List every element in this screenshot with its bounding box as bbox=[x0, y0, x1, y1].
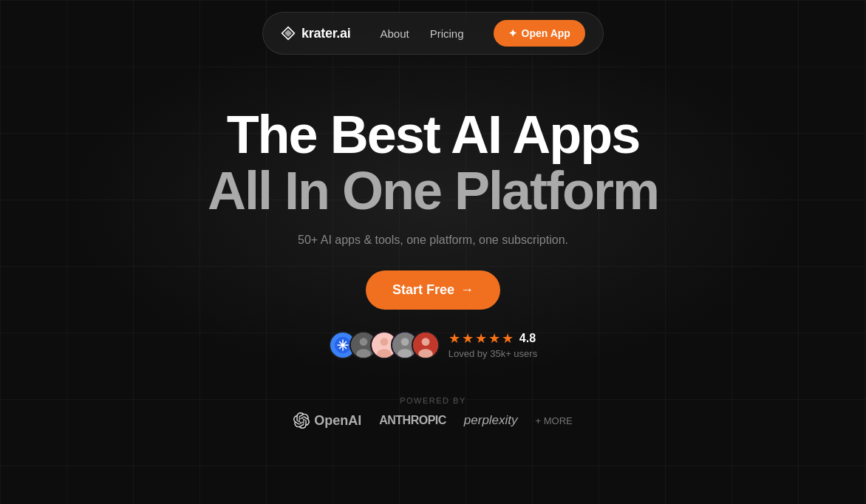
svg-point-9 bbox=[398, 349, 412, 358]
nav-links: About Pricing bbox=[380, 27, 463, 40]
star-1: ★ bbox=[449, 330, 460, 347]
powered-by-section: POWERED BY OpenAI ANTHROPIC perplexity +… bbox=[0, 396, 866, 429]
rating-number: 4.8 bbox=[519, 332, 536, 345]
open-app-icon: ✦ bbox=[508, 27, 517, 39]
openai-logo: OpenAI bbox=[293, 412, 361, 429]
anthropic-text: ANTHROPIC bbox=[379, 414, 446, 427]
star-rating: ★ ★ ★ ★ ★ bbox=[449, 330, 514, 347]
star-3: ★ bbox=[475, 330, 487, 347]
logo[interactable]: krater.ai bbox=[281, 26, 350, 41]
hero-subtitle: 50+ AI apps & tools, one platform, one s… bbox=[298, 234, 568, 247]
hero-title: The Best AI Apps All In One Platform bbox=[208, 107, 658, 219]
more-text: + MORE bbox=[536, 415, 573, 426]
powered-logos: OpenAI ANTHROPIC perplexity + MORE bbox=[293, 412, 573, 429]
powered-by-label: POWERED BY bbox=[400, 396, 466, 405]
svg-point-12 bbox=[418, 349, 433, 358]
anthropic-logo: ANTHROPIC bbox=[379, 414, 446, 427]
hero-title-line1: The Best AI Apps bbox=[208, 107, 658, 163]
svg-point-11 bbox=[421, 338, 429, 346]
perplexity-logo: perplexity bbox=[464, 413, 518, 428]
rating-section: ★ ★ ★ ★ ★ 4.8 Loved by 35k+ users bbox=[449, 330, 537, 359]
navbar: krater.ai About Pricing ✦ Open App bbox=[0, 0, 866, 67]
start-free-button[interactable]: Start Free → bbox=[366, 270, 500, 310]
open-app-label: Open App bbox=[522, 27, 570, 39]
more-label: + MORE bbox=[536, 415, 573, 426]
svg-point-5 bbox=[380, 338, 388, 346]
nav-about[interactable]: About bbox=[380, 27, 409, 40]
start-free-arrow: → bbox=[460, 282, 474, 298]
star-5: ★ bbox=[502, 330, 514, 347]
navbar-inner: krater.ai About Pricing ✦ Open App bbox=[262, 12, 604, 55]
openai-text: OpenAI bbox=[314, 413, 361, 429]
hero-title-line2: All In One Platform bbox=[208, 163, 658, 219]
nav-pricing[interactable]: Pricing bbox=[430, 27, 464, 40]
avatar-5 bbox=[412, 331, 440, 359]
avatar-group bbox=[329, 331, 440, 359]
svg-point-6 bbox=[377, 349, 392, 358]
svg-point-2 bbox=[359, 338, 367, 346]
social-proof: ★ ★ ★ ★ ★ 4.8 Loved by 35k+ users bbox=[329, 330, 537, 359]
open-app-button[interactable]: ✦ Open App bbox=[494, 20, 585, 47]
star-2: ★ bbox=[462, 330, 474, 347]
logo-text: krater.ai bbox=[301, 26, 350, 41]
hero-section: The Best AI Apps All In One Platform 50+… bbox=[0, 67, 866, 359]
start-free-label: Start Free bbox=[392, 282, 454, 298]
logo-icon bbox=[281, 26, 296, 41]
svg-point-3 bbox=[356, 349, 371, 358]
star-4: ★ bbox=[488, 330, 500, 347]
loved-text: Loved by 35k+ users bbox=[449, 348, 537, 359]
perplexity-text: perplexity bbox=[464, 413, 518, 428]
svg-point-8 bbox=[400, 338, 409, 346]
openai-icon bbox=[293, 412, 310, 429]
